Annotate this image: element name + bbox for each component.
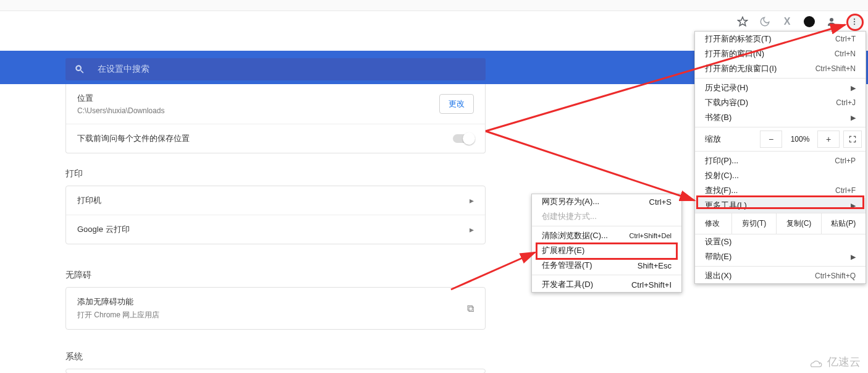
fullscreen-button[interactable] bbox=[843, 131, 862, 148]
downloads-card: 位置 C:\Users\huxia\Downloads 更改 下载前询问每个文件… bbox=[65, 84, 486, 153]
menu-help[interactable]: 帮助(E)▶ bbox=[695, 249, 866, 264]
download-location-label: 位置 bbox=[77, 93, 164, 104]
svg-marker-0 bbox=[738, 17, 748, 26]
moon-icon[interactable] bbox=[758, 15, 772, 28]
menu-new-tab[interactable]: 打开新的标签页(T)Ctrl+T bbox=[695, 32, 866, 46]
browser-toolbar: X bbox=[0, 11, 868, 32]
menu-edit-row: 修改 剪切(T) 复制(C) 粘贴(P) bbox=[695, 213, 866, 234]
chevron-right-icon: ▸ bbox=[470, 195, 474, 205]
a11y-add-label: 添加无障碍功能 bbox=[77, 296, 159, 307]
menu-find[interactable]: 查找(F)...Ctrl+F bbox=[695, 183, 866, 198]
svg-line-7 bbox=[451, 252, 535, 289]
zoom-out-button[interactable]: − bbox=[760, 131, 782, 148]
a11y-open-row[interactable]: 添加无障碍功能 打开 Chrome 网上应用店 ⧉ bbox=[66, 288, 485, 329]
system-card bbox=[65, 369, 486, 373]
menu-cut[interactable]: 剪切(T) bbox=[732, 213, 777, 234]
menu-print[interactable]: 打印(P)...Ctrl+P bbox=[695, 153, 866, 168]
menu-more-tools[interactable]: 更多工具(L)▶ bbox=[695, 198, 866, 213]
chevron-right-icon: ▶ bbox=[851, 114, 856, 122]
menu-incognito[interactable]: 打开新的无痕窗口(I)Ctrl+Shift+N bbox=[695, 61, 866, 76]
chevron-right-icon: ▸ bbox=[470, 225, 474, 234]
svg-point-1 bbox=[830, 18, 833, 22]
menu-downloads[interactable]: 下载内容(D)Ctrl+J bbox=[695, 95, 866, 110]
window-top-strip bbox=[0, 0, 868, 11]
menu-bookmarks[interactable]: 书签(B)▶ bbox=[695, 110, 866, 125]
menu-exit[interactable]: 退出(X)Ctrl+Shift+Q bbox=[695, 268, 866, 283]
menu-copy[interactable]: 复制(C) bbox=[777, 213, 821, 234]
section-print: 打印 bbox=[65, 168, 83, 179]
more-tools-submenu: 网页另存为(A)...Ctrl+S 创建快捷方式... 清除浏览数据(C)...… bbox=[531, 194, 682, 293]
chrome-main-menu: 打开新的标签页(T)Ctrl+T 打开新的窗口(N)Ctrl+N 打开新的无痕窗… bbox=[694, 31, 866, 284]
svg-point-3 bbox=[854, 21, 855, 22]
printer-row[interactable]: 打印机 ▸ bbox=[66, 186, 485, 215]
menu-zoom-row: 缩放 − 100% + bbox=[695, 129, 866, 149]
svg-point-2 bbox=[854, 19, 855, 20]
menu-new-window[interactable]: 打开新的窗口(N)Ctrl+N bbox=[695, 46, 866, 61]
ask-download-toggle[interactable] bbox=[453, 134, 474, 143]
menu-settings[interactable]: 设置(S) bbox=[695, 234, 866, 249]
cloud-print-row[interactable]: Google 云打印 ▸ bbox=[66, 215, 485, 244]
chevron-right-icon: ▶ bbox=[851, 202, 856, 210]
menu-history[interactable]: 历史记录(H)▶ bbox=[695, 80, 866, 95]
submenu-task-manager[interactable]: 任务管理器(T)Shift+Esc bbox=[532, 258, 681, 273]
circle-icon[interactable] bbox=[803, 15, 816, 28]
download-location-path: C:\Users\huxia\Downloads bbox=[77, 106, 164, 115]
a11y-sub-label: 打开 Chrome 网上应用店 bbox=[77, 310, 159, 320]
settings-search[interactable]: 在设置中搜索 bbox=[65, 58, 486, 80]
section-system: 系统 bbox=[65, 351, 83, 362]
submenu-save-as[interactable]: 网页另存为(A)...Ctrl+S bbox=[532, 194, 681, 209]
svg-point-4 bbox=[854, 24, 855, 25]
ask-download-label: 下载前询问每个文件的保存位置 bbox=[77, 133, 190, 144]
search-placeholder: 在设置中搜索 bbox=[98, 64, 150, 75]
a11y-card: 添加无障碍功能 打开 Chrome 网上应用店 ⧉ bbox=[65, 287, 486, 330]
x-letter-icon[interactable]: X bbox=[780, 15, 794, 28]
menu-paste[interactable]: 粘贴(P) bbox=[822, 213, 866, 234]
zoom-value: 100% bbox=[782, 135, 818, 144]
svg-line-6 bbox=[486, 131, 694, 200]
submenu-extensions[interactable]: 扩展程序(E) bbox=[532, 243, 681, 258]
download-location-row: 位置 C:\Users\huxia\Downloads 更改 bbox=[66, 84, 485, 124]
submenu-create-shortcut: 创建快捷方式... bbox=[532, 209, 681, 224]
watermark: 亿速云 bbox=[807, 354, 861, 369]
profile-icon[interactable] bbox=[825, 15, 838, 28]
printer-label: 打印机 bbox=[77, 195, 101, 206]
kebab-menu-button[interactable] bbox=[847, 14, 862, 29]
submenu-dev-tools[interactable]: 开发者工具(D)Ctrl+Shift+I bbox=[532, 277, 681, 292]
section-a11y: 无障碍 bbox=[65, 270, 91, 281]
star-icon[interactable] bbox=[736, 15, 749, 28]
chevron-right-icon: ▶ bbox=[851, 84, 856, 92]
open-external-icon: ⧉ bbox=[467, 303, 474, 314]
change-location-button[interactable]: 更改 bbox=[439, 94, 474, 114]
toolbar-icons-group: X bbox=[736, 12, 862, 31]
menu-cast[interactable]: 投射(C)... bbox=[695, 168, 866, 183]
chevron-right-icon: ▶ bbox=[851, 253, 856, 261]
ask-download-row[interactable]: 下载前询问每个文件的保存位置 bbox=[66, 124, 485, 153]
zoom-in-button[interactable]: + bbox=[817, 131, 840, 148]
submenu-clear-data[interactable]: 清除浏览数据(C)...Ctrl+Shift+Del bbox=[532, 228, 681, 243]
search-icon bbox=[74, 64, 85, 75]
print-card: 打印机 ▸ Google 云打印 ▸ bbox=[65, 186, 486, 244]
cloud-print-label: Google 云打印 bbox=[77, 224, 130, 235]
